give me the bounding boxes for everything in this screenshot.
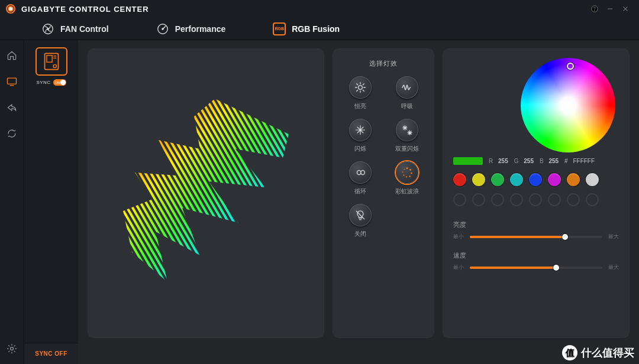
rgb-fusion-icon: RGB <box>273 22 286 35</box>
preset-swatch[interactable] <box>510 173 523 186</box>
custom-swatch-slot[interactable] <box>529 193 542 206</box>
preset-swatch[interactable] <box>586 173 599 186</box>
svg-point-31 <box>409 169 411 171</box>
tab-fan-control[interactable]: FAN Control <box>41 22 109 35</box>
speed-thumb[interactable] <box>553 265 559 271</box>
sync-off-button[interactable]: SYNC OFF <box>24 343 78 364</box>
preset-swatch[interactable] <box>453 173 466 186</box>
title-bar: GIGABYTE CONTROL CENTER <box>0 0 639 18</box>
top-tabs: FAN Control Performance RGB RGB Fusion <box>0 18 639 40</box>
svg-point-21 <box>358 86 362 90</box>
rgb-b-value[interactable]: 255 <box>548 158 559 164</box>
effect-off[interactable]: 关闭 <box>342 204 378 238</box>
custom-swatch-slots <box>453 193 619 206</box>
tab-label: Performance <box>175 24 226 34</box>
svg-rect-20 <box>111 93 301 294</box>
sync-label: SYNC <box>36 80 50 85</box>
speed-track[interactable] <box>470 266 602 269</box>
rgb-g-value[interactable]: 255 <box>524 158 534 164</box>
svg-line-26 <box>356 84 357 85</box>
custom-swatch-slot[interactable] <box>491 193 504 206</box>
help-button[interactable] <box>587 1 602 17</box>
double-sparkle-icon <box>396 119 418 141</box>
svg-rect-13 <box>47 56 52 62</box>
preset-swatch[interactable] <box>567 173 580 186</box>
svg-line-29 <box>356 90 357 91</box>
refresh-icon <box>6 128 18 139</box>
loading-dots-icon <box>396 161 418 184</box>
svg-rect-9 <box>8 78 17 84</box>
minimize-button[interactable] <box>602 1 618 17</box>
aorus-logo-icon <box>111 93 301 294</box>
infinity-icon <box>349 161 372 184</box>
tab-performance[interactable]: Performance <box>156 22 226 35</box>
content-area: 选择灯效 恒亮 呼吸 闪烁 <box>78 40 639 364</box>
svg-point-32 <box>411 173 412 174</box>
nav-home[interactable] <box>5 48 19 63</box>
effect-cycle[interactable]: 循环 <box>342 161 378 196</box>
svg-point-11 <box>11 347 14 350</box>
close-icon <box>621 5 630 13</box>
help-icon <box>590 5 599 13</box>
gear-icon <box>6 343 18 355</box>
effects-panel: 选择灯效 恒亮 呼吸 闪烁 <box>333 48 434 338</box>
hex-value[interactable]: FFFFFF <box>573 158 595 164</box>
gauge-icon <box>156 22 169 35</box>
tab-rgb-fusion[interactable]: RGB RGB Fusion <box>273 22 340 35</box>
svg-line-28 <box>363 84 364 85</box>
brightness-track[interactable] <box>470 236 602 238</box>
tab-label: FAN Control <box>60 24 109 34</box>
home-icon <box>6 50 18 61</box>
brightness-thumb[interactable] <box>562 234 568 240</box>
preset-swatch[interactable] <box>472 173 485 186</box>
aorus-logo-preview <box>111 93 301 294</box>
sync-toggle[interactable]: ON <box>53 79 66 86</box>
device-card-pc[interactable] <box>36 47 67 76</box>
custom-swatch-slot[interactable] <box>453 193 466 206</box>
slider-brightness: 亮度 最小 最大 <box>453 220 619 240</box>
wave-icon <box>396 76 418 99</box>
nav-settings[interactable] <box>5 342 19 356</box>
svg-point-36 <box>402 171 403 173</box>
effect-flash[interactable]: 闪烁 <box>342 119 378 153</box>
preset-swatches <box>453 173 619 186</box>
minimize-icon <box>606 5 614 13</box>
custom-swatch-slot[interactable] <box>548 193 561 206</box>
tab-label: RGB Fusion <box>292 24 340 34</box>
custom-swatch-slot[interactable] <box>510 193 523 206</box>
app-title: GIGABYTE CONTROL CENTER <box>21 5 149 14</box>
bulb-off-icon <box>349 204 372 226</box>
pc-case-icon <box>43 52 60 71</box>
nav-refresh[interactable] <box>5 126 19 141</box>
svg-point-1 <box>594 10 595 11</box>
custom-swatch-slot[interactable] <box>567 193 580 206</box>
rgb-r-value[interactable]: 255 <box>498 158 508 164</box>
preset-swatch[interactable] <box>548 173 561 186</box>
nav-share[interactable] <box>5 100 19 115</box>
device-column: SYNC ON SYNC OFF <box>24 40 78 364</box>
effect-rainbow-wave[interactable]: 彩虹波浪 <box>389 161 425 196</box>
custom-swatch-slot[interactable] <box>586 193 599 206</box>
custom-swatch-slot[interactable] <box>472 193 485 206</box>
current-color-swatch <box>453 157 483 165</box>
color-panel: R 255 G 255 B 255 # FFFFFF <box>443 48 630 338</box>
svg-point-33 <box>409 176 410 177</box>
svg-point-30 <box>406 167 408 169</box>
close-button[interactable] <box>618 1 633 17</box>
svg-point-37 <box>404 169 405 170</box>
rgb-value-row: R 255 G 255 B 255 # FFFFFF <box>453 157 619 165</box>
fan-icon <box>41 22 54 35</box>
effect-static[interactable]: 恒亮 <box>342 76 378 110</box>
effect-breathing[interactable]: 呼吸 <box>389 76 425 110</box>
slider-speed: 速度 最小 最大 <box>453 251 619 271</box>
preview-panel <box>88 48 324 338</box>
preset-swatch[interactable] <box>491 173 504 186</box>
nav-display[interactable] <box>5 74 19 89</box>
svg-point-16 <box>53 64 56 67</box>
color-wheel-picker[interactable] <box>567 63 574 70</box>
color-wheel[interactable] <box>521 58 615 152</box>
effect-double-flash[interactable]: 双重闪烁 <box>389 119 425 153</box>
svg-point-8 <box>162 28 163 30</box>
preset-swatch[interactable] <box>529 173 542 186</box>
app-logo-icon <box>6 4 15 14</box>
